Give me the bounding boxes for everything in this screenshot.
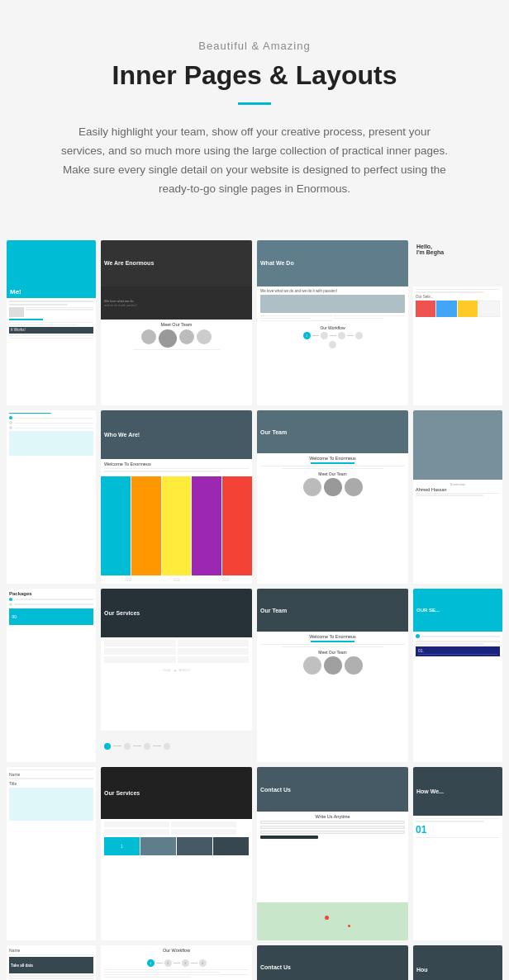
thumbnail-our-services-2[interactable]: OUR SE... 01.: [413, 589, 502, 762]
thumbnail-our-team[interactable]: Our Team Welcome To Enormeus Meet Our Te…: [257, 589, 408, 762]
thumbnail-hello-me[interactable]: Me! It Works!: [7, 240, 96, 405]
thumbnail-hou[interactable]: Hou: [413, 945, 502, 980]
header-subtitle: Beautiful & Amazing: [50, 40, 459, 52]
header-section: Beautiful & Amazing Inner Pages & Layout…: [0, 0, 509, 224]
grid-row-2: Who We Are! Welcome To Enormeus: [7, 410, 502, 584]
grid-row-1: Me! It Works!: [7, 240, 502, 405]
header-divider: [238, 102, 271, 105]
thumbnail-contact-extended[interactable]: Contact Us Write Us Anytime: [257, 945, 408, 980]
thumbnail-how-we[interactable]: How We... 01: [413, 767, 502, 940]
grid-row-3: Packages ·90·: [7, 589, 502, 762]
thumbnail-we-are-enormous[interactable]: We Are Enormous We love what we do and w…: [101, 240, 252, 405]
thumbnail-our-team-col7[interactable]: Our Team Welcome To Enormeus Meet Our Te…: [257, 410, 408, 584]
thumbnail-profile[interactable]: Name Title: [7, 767, 96, 940]
thumbnail-services-list[interactable]: [7, 410, 96, 584]
thumbnail-packages[interactable]: Packages ·90·: [7, 589, 96, 762]
thumbnail-partial-left-5[interactable]: Name Take all data: [7, 945, 96, 980]
thumbnail-our-workflow[interactable]: Our Workflow 1 2 3 4: [101, 945, 252, 980]
thumbnail-our-services-dark-2[interactable]: Our Services 1: [101, 767, 252, 940]
grid-row-4: Name Title Our Services: [7, 767, 502, 940]
header-description: Easily highlight your team, show off you…: [56, 123, 453, 199]
thumbnail-who-we-are[interactable]: Who We Are! Welcome To Enormeus: [101, 410, 252, 584]
grid-section: Me! It Works!: [0, 224, 509, 980]
thumbnail-testimonial[interactable]: Enormous Ahmed Hassan: [413, 410, 502, 584]
header-title: Inner Pages & Layouts: [50, 60, 459, 91]
thumbnail-hello-begha[interactable]: Hello, I'm Begha Our Sele...: [413, 240, 502, 405]
thumbnail-what-we-do[interactable]: What We Do We love what we do and we do …: [257, 240, 408, 405]
thumbnail-contact-us[interactable]: Contact Us Write Us Anytime: [257, 767, 408, 940]
grid-row-5: Name Take all data Our Workflow 1: [7, 945, 502, 980]
thumbnail-our-services-dark[interactable]: Our Services Gully ✦ BINGO: [101, 589, 252, 762]
